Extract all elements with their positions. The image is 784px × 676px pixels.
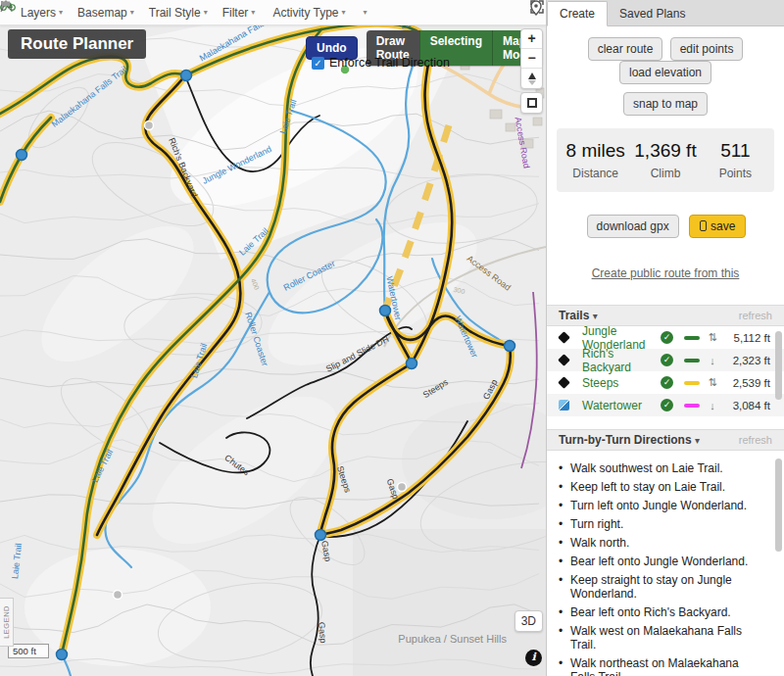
trail-row[interactable]: Watertower ✓ ↓ 3,084 ft (547, 394, 784, 416)
trail-name-link[interactable]: Watertower (582, 399, 654, 412)
chevron-down-icon: ▾ (204, 8, 208, 17)
sidebar-panel: Create Saved Plans clear route edit poin… (546, 0, 784, 676)
direction-step: Walk southwest on Laie Trail. (559, 459, 762, 477)
route-stats: 8 milesDistance 1,369 ftClimb 511Points (557, 128, 774, 192)
direction-step: Keep straight to stay on Jungle Wonderla… (559, 570, 762, 603)
chevron-down-icon: ▾ (364, 8, 368, 17)
extent-button[interactable] (520, 92, 543, 114)
chevron-down-icon: ▾ (695, 435, 700, 446)
scale-bar: 500 ft (8, 644, 49, 658)
trail-length: 2,539 ft (725, 377, 770, 389)
trails-list: Jungle Wonderland ✓ ⇅ 5,112 ft Rich's Ba… (547, 326, 784, 416)
check-icon: ✓ (661, 331, 673, 344)
scrollbar[interactable] (775, 459, 782, 552)
trail-length: 5,112 ft (725, 332, 770, 344)
tab-saved-plans[interactable]: Saved Plans (608, 2, 697, 25)
chevron-down-icon: ▾ (59, 8, 63, 17)
directions-refresh-link[interactable]: refresh (739, 434, 772, 446)
legend-tab[interactable]: LEGEND (0, 598, 14, 647)
trail-style-menu[interactable]: Trail Style▾ (149, 6, 208, 20)
directions-list: Walk southwest on Laie Trail. Keep left … (547, 451, 784, 676)
chevron-down-icon: ▾ (251, 8, 255, 17)
directions-section-header: Turn-by-Turn Directions ▾ refresh (547, 429, 784, 451)
stat-distance: 8 milesDistance (561, 140, 630, 180)
chevron-down-icon: ▾ (342, 8, 346, 17)
direction-step: Turn left onto Jungle Wonderland. (559, 496, 762, 514)
direction-icon: ⇅ (707, 331, 718, 344)
create-public-route-link[interactable]: Create public route from this (592, 266, 740, 280)
route-actions: clear route edit points load elevation s… (547, 26, 784, 116)
difficulty-icon (558, 376, 570, 389)
units-menu[interactable]: ▾ (361, 8, 368, 17)
direction-step: Keep left to stay on Laie Trail. (559, 477, 762, 496)
trail-line-color (684, 381, 700, 385)
directions-section-title[interactable]: Turn-by-Turn Directions ▾ (559, 433, 700, 447)
difficulty-icon (558, 354, 570, 366)
route-planner-app: Malaekahana Falls Trail Malaekahana Fall… (0, 0, 784, 676)
compass-icon[interactable] (521, 69, 542, 88)
load-elevation-button[interactable]: load elevation (619, 61, 711, 84)
difficulty-icon (558, 331, 570, 344)
zoom-controls: + − (520, 28, 543, 89)
direction-icon: ⇅ (707, 376, 718, 389)
trail-line-color (684, 404, 700, 408)
stat-points: 511Points (701, 140, 770, 180)
map-attribution: Pupukea / Sunset Hills (398, 633, 507, 645)
difficulty-icon (559, 400, 569, 410)
trail-row[interactable]: Steeps ✓ ⇅ 2,539 ft (547, 371, 784, 394)
trail-name-link[interactable]: Steeps (582, 376, 654, 390)
map-canvas[interactable]: Malaekahana Falls Trail Malaekahana Fall… (0, 0, 546, 676)
check-icon: ✓ (661, 399, 673, 411)
enforce-label: Enforce Trail Direction (329, 56, 450, 70)
edit-points-button[interactable]: edit points (670, 37, 744, 61)
scrollbar[interactable] (775, 331, 782, 400)
trails-section-title[interactable]: Trails ▾ (559, 309, 598, 322)
trail-row[interactable]: Rich's Backyard ✓ ↓ 2,323 ft (547, 349, 784, 371)
info-button[interactable]: i (525, 650, 542, 666)
direction-step: Bear left onto Rich's Backyard. (559, 603, 762, 621)
direction-icon: ↓ (707, 355, 718, 366)
phone-icon (700, 220, 707, 231)
enforce-trail-direction: ✓ Enforce Trail Direction (312, 56, 450, 70)
download-gpx-button[interactable]: download gpx (587, 215, 679, 238)
direction-icon: ↓ (707, 400, 718, 411)
check-icon: ✓ (661, 376, 673, 389)
square-icon (527, 98, 537, 108)
3d-toggle-button[interactable]: 3D (514, 610, 543, 632)
trail-length: 3,084 ft (725, 400, 770, 411)
direction-step: Walk west on Malaekahana Falls Trail. (559, 621, 762, 653)
trail-name-link[interactable]: Rich's Backyard (582, 347, 654, 374)
page-title: Route Planner (8, 29, 146, 59)
download-save-row: download gpx save (547, 215, 784, 238)
zoom-out-button[interactable]: − (521, 49, 542, 69)
direction-step: Walk northeast on Malaekahana Falls Trai… (559, 653, 762, 676)
direction-step: Walk north. (559, 533, 762, 552)
trail-line-color (684, 336, 700, 340)
chevron-down-icon: ▾ (130, 8, 134, 17)
map-toolbar: Layers▾ Basemap▾ Trail Style▾ Filter▾ Ac… (0, 0, 546, 25)
clear-route-button[interactable]: clear route (588, 37, 663, 61)
direction-step: Turn right. (559, 514, 762, 533)
trails-refresh-link[interactable]: refresh (739, 310, 772, 321)
snap-to-map-button[interactable]: snap to map (623, 92, 708, 116)
stat-climb: 1,369 ftClimb (630, 140, 700, 180)
layers-menu[interactable]: Layers▾ (21, 6, 63, 20)
trail-line-color (684, 359, 700, 362)
sidebar-tabs: Create Saved Plans (547, 0, 784, 26)
tab-create[interactable]: Create (547, 1, 608, 26)
chevron-down-icon: ▾ (593, 311, 598, 321)
basemap-menu[interactable]: Basemap▾ (77, 6, 134, 20)
check-icon: ✓ (661, 354, 673, 366)
map-svg: Malaekahana Falls Trail Malaekahana Fall… (0, 0, 546, 676)
zoom-in-button[interactable]: + (521, 29, 542, 49)
directions-list-container[interactable]: Walk southwest on Laie Trail. Keep left … (547, 451, 784, 676)
filter-menu[interactable]: Filter▾ (222, 6, 256, 20)
activity-type-menu[interactable]: Activity Type▾ (270, 6, 345, 20)
trail-length: 2,323 ft (725, 355, 770, 366)
save-button[interactable]: save (689, 215, 746, 238)
enforce-checkbox[interactable]: ✓ (312, 57, 324, 70)
direction-step: Bear left onto Jungle Wonderland. (559, 552, 762, 570)
